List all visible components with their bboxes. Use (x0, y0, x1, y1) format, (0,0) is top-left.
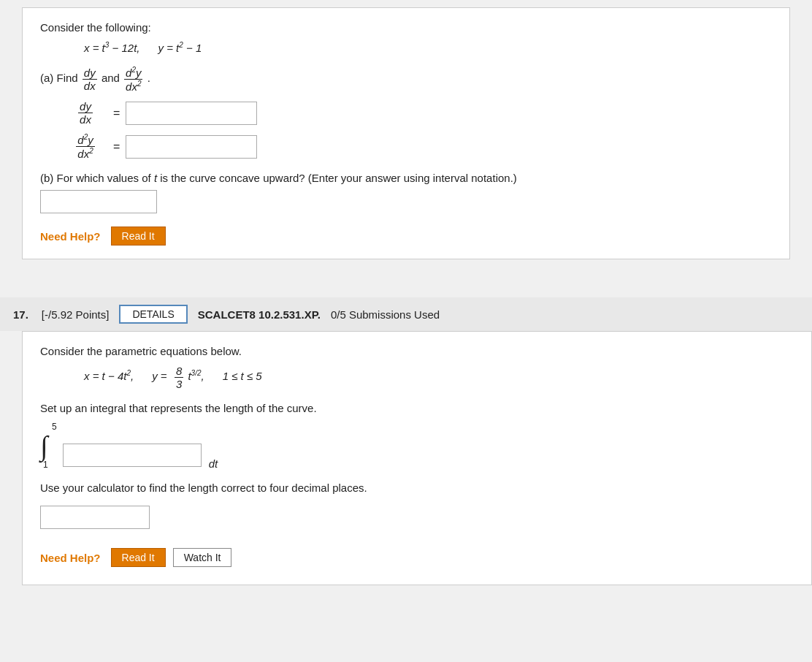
middle-gap (0, 259, 812, 283)
dy-dx-fraction: dy dx (64, 100, 107, 126)
eq-x-17: x = t − 4t2, (84, 370, 134, 382)
fraction-8-3: 8 3 (175, 365, 183, 390)
problem-17-number: 17. (13, 308, 28, 321)
need-help-row-16: Need Help? Read It (40, 227, 772, 246)
watch-it-button-17[interactable]: Watch It (173, 548, 232, 567)
dy-dx-answer-row: dy dx = (62, 100, 772, 126)
integral-lower-17: 1 (43, 460, 48, 470)
setup-text-17: Set up an integral that represents the l… (40, 402, 794, 414)
read-it-button-16[interactable]: Read It (111, 227, 166, 246)
consider-text-17: Consider the parametric equations below. (40, 345, 794, 357)
d2y-dx2-input[interactable] (126, 135, 257, 159)
details-button-17[interactable]: DETAILS (119, 305, 187, 324)
d2y-dx2-fraction: d2y dx2 (64, 133, 107, 160)
concave-upward-input[interactable] (40, 190, 157, 213)
problem-17-section: Consider the parametric equations below.… (22, 331, 812, 585)
integral-upper-17: 5 (52, 422, 57, 432)
dt-label-17: dt (209, 457, 218, 470)
calc-text-17: Use your calculator to find the length c… (40, 482, 794, 494)
eq-y-16: y = t2 − 1 (158, 42, 202, 54)
need-help-label-17: Need Help? (40, 552, 101, 564)
consider-text-16: Consider the following: (40, 21, 772, 34)
d2y-dx2-fraction-label: d2y dx2 (124, 66, 142, 93)
dy-dx-fraction-label: dy dx (83, 66, 97, 92)
part-a-label: (a) Find dy dx and d2y dx2 . (40, 66, 772, 93)
integral-row-17: 5 ∫ 1 dt (40, 422, 794, 470)
range-17: 1 ≤ t ≤ 5 (223, 370, 262, 382)
top-spacer (0, 0, 812, 7)
submissions-text-17: 0/5 Submissions Used (331, 308, 440, 321)
equals-sign-1: = (113, 107, 120, 120)
eq-x-16: x = t3 − 12t, (84, 42, 139, 54)
integral-symbol-17: ∫ (40, 433, 47, 458)
equation-line-16: x = t3 − 12t, y = t2 − 1 (84, 41, 772, 54)
equation-line-17: x = t − 4t2, y = 8 3 t3/2, 1 ≤ t ≤ 5 (84, 365, 794, 390)
eq-y-17: y = 8 3 t3/2, (152, 370, 207, 382)
integral-input-17[interactable] (63, 444, 202, 467)
need-help-label-16: Need Help? (40, 230, 101, 243)
problem-17-header: 17. [-/5.92 Points] DETAILS SCALCET8 10.… (0, 297, 812, 331)
length-answer-input-17[interactable] (40, 506, 150, 529)
need-help-row-17: Need Help? Read It Watch It (40, 548, 794, 567)
equals-sign-2: = (113, 140, 120, 153)
problem-17-code: SCALCET8 10.2.531.XP. (198, 308, 321, 321)
problem-16-section: Consider the following: x = t3 − 12t, y … (22, 7, 790, 259)
problem-17-points: [-/5.92 Points] (42, 308, 110, 321)
dy-dx-input[interactable] (126, 102, 257, 125)
d2y-dx2-answer-row: d2y dx2 = (62, 133, 772, 160)
page-wrapper: Consider the following: x = t3 − 12t, y … (0, 0, 812, 662)
read-it-button-17[interactable]: Read It (111, 548, 166, 567)
part-b-label: (b) For which values of t is the curve c… (40, 172, 772, 184)
